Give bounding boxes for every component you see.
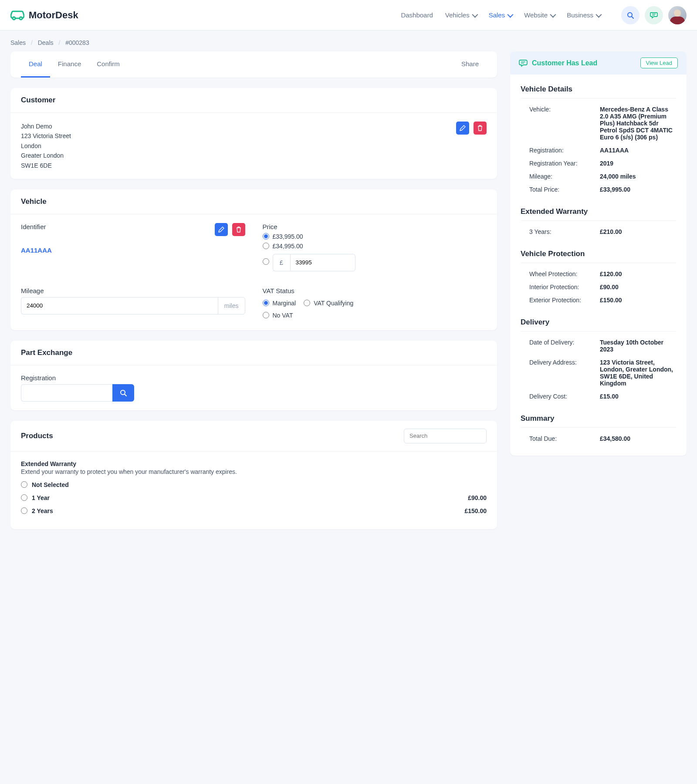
svg-point-0	[13, 17, 15, 20]
customer-name: John Demo	[21, 122, 71, 131]
identifier-label: Identifier	[21, 223, 46, 230]
tab-confirm[interactable]: Confirm	[89, 51, 128, 78]
dl-regyear: Registration Year:	[529, 160, 595, 167]
delete-customer-button[interactable]	[474, 122, 487, 135]
ew-2y-label-wrap[interactable]: 2 Years	[21, 507, 53, 514]
right-column: Customer Has Lead View Lead Vehicle Deta…	[510, 51, 687, 456]
main-nav: Dashboard Vehicles Sales Website Busines…	[401, 6, 687, 24]
customer-actions	[453, 122, 487, 135]
vat-marginal[interactable]: Marginal	[263, 300, 296, 307]
chevron-down-icon	[595, 11, 602, 17]
partex-card: Part Exchange Registration	[10, 341, 497, 410]
ew-radio-2y[interactable]	[21, 507, 27, 514]
dv-interior: £90.00	[600, 284, 676, 291]
vehicle-card: Vehicle Identifier	[10, 189, 497, 330]
vat-none-label: No VAT	[273, 312, 293, 319]
nav-business[interactable]: Business	[567, 11, 600, 19]
logo[interactable]: MotorDesk	[10, 10, 78, 21]
view-lead-button[interactable]: View Lead	[640, 57, 678, 68]
dl-interior: Interior Protection:	[529, 284, 595, 291]
summary-heading: Summary	[521, 414, 676, 428]
user-avatar[interactable]	[668, 6, 687, 24]
dl-reg: Registration:	[529, 147, 595, 154]
dv-regyear: 2019	[600, 160, 676, 167]
price-label: Price	[263, 223, 487, 230]
dv-deladdr: 123 Victoria Street, London, Greater Lon…	[600, 359, 676, 387]
vehicle-header: Vehicle	[10, 189, 497, 214]
price-option-custom: £	[263, 252, 487, 271]
search-button[interactable]	[621, 6, 639, 24]
nav-website[interactable]: Website	[524, 11, 555, 19]
search-icon	[120, 389, 127, 396]
vat-label: VAT Status	[263, 287, 487, 294]
delete-vehicle-button[interactable]	[232, 223, 245, 236]
partex-reg-input[interactable]	[21, 384, 112, 402]
search-icon	[627, 12, 634, 19]
vehicle-actions	[212, 223, 245, 236]
breadcrumb-sep: /	[31, 39, 33, 46]
nav-vehicles[interactable]: Vehicles	[445, 11, 477, 19]
identifier-value[interactable]: AA11AAA	[21, 247, 52, 254]
customer-city: London	[21, 141, 71, 151]
dl-deladdr: Delivery Address:	[529, 359, 595, 387]
price-radio-2[interactable]	[263, 243, 269, 249]
breadcrumb: Sales / Deals / #000283	[0, 30, 697, 51]
nav-business-label: Business	[567, 11, 593, 19]
edit-vehicle-button[interactable]	[215, 223, 228, 236]
ew-option-none: Not Selected	[21, 481, 487, 488]
main-container: Deal Finance Confirm Share Customer John…	[0, 51, 697, 557]
price-option-2-label: £34,995.00	[273, 243, 303, 250]
dl-vehicle: Vehicle:	[529, 106, 595, 141]
vat-radio-marginal[interactable]	[263, 300, 269, 306]
breadcrumb-deals[interactable]: Deals	[38, 39, 54, 46]
chat-icon	[650, 12, 658, 19]
messages-button[interactable]	[645, 6, 663, 24]
vat-radio-qualifying[interactable]	[304, 300, 310, 306]
ew-none-label-wrap[interactable]: Not Selected	[21, 481, 69, 488]
vat-radio-none[interactable]	[263, 312, 269, 318]
tab-share[interactable]: Share	[453, 51, 487, 78]
customer-card: Customer John Demo 123 Victoria Street L…	[10, 88, 497, 179]
vat-qualifying-label: VAT Qualifying	[314, 300, 353, 307]
detail-card: Vehicle Details Vehicle:Mercedes-Benz A …	[510, 74, 687, 456]
dv-wheel: £120.00	[600, 270, 676, 277]
price-option-2[interactable]: £34,995.00	[263, 243, 487, 250]
partex-header: Part Exchange	[10, 341, 497, 365]
products-search-input[interactable]	[404, 429, 487, 443]
dv-ew3y: £210.00	[600, 228, 676, 235]
vat-qualifying[interactable]: VAT Qualifying	[304, 300, 353, 307]
ew-2y-label: 2 Years	[32, 507, 53, 514]
price-radio-1[interactable]	[263, 233, 269, 240]
mileage-input[interactable]	[21, 297, 218, 314]
vat-none[interactable]: No VAT	[263, 312, 487, 319]
ew-1y-label-wrap[interactable]: 1 Year	[21, 494, 50, 501]
partex-search-button[interactable]	[112, 384, 134, 402]
svg-point-1	[20, 17, 22, 20]
chat-icon	[519, 59, 528, 67]
ew-1y-price: £90.00	[468, 494, 487, 501]
nav-sales[interactable]: Sales	[489, 11, 512, 19]
breadcrumb-sales[interactable]: Sales	[10, 39, 26, 46]
dv-totalprice: £33,995.00	[600, 186, 676, 193]
dv-reg: AA11AAA	[600, 147, 676, 154]
tab-finance[interactable]: Finance	[50, 51, 89, 78]
edit-customer-button[interactable]	[456, 122, 469, 135]
nav-dashboard[interactable]: Dashboard	[401, 11, 433, 19]
dl-totalprice: Total Price:	[529, 186, 595, 193]
dl-mileage: Mileage:	[529, 173, 595, 180]
vehicle-body: Identifier AA11AAA	[10, 214, 497, 330]
breadcrumb-current: #000283	[65, 39, 89, 46]
price-option-1[interactable]: £33,995.00	[263, 233, 487, 240]
price-radio-custom[interactable]	[263, 258, 269, 265]
ew-radio-none[interactable]	[21, 481, 27, 488]
svg-line-7	[125, 394, 126, 396]
breadcrumb-sep: /	[58, 39, 60, 46]
custom-price-input[interactable]	[290, 254, 355, 271]
ew-radio-1y[interactable]	[21, 494, 27, 501]
chevron-down-icon	[472, 11, 478, 17]
customer-header: Customer	[10, 88, 497, 113]
lead-title: Customer Has Lead	[532, 59, 597, 67]
dl-deldate: Date of Delivery:	[529, 339, 595, 353]
tab-deal[interactable]: Deal	[21, 51, 50, 78]
dv-mileage: 24,000 miles	[600, 173, 676, 180]
